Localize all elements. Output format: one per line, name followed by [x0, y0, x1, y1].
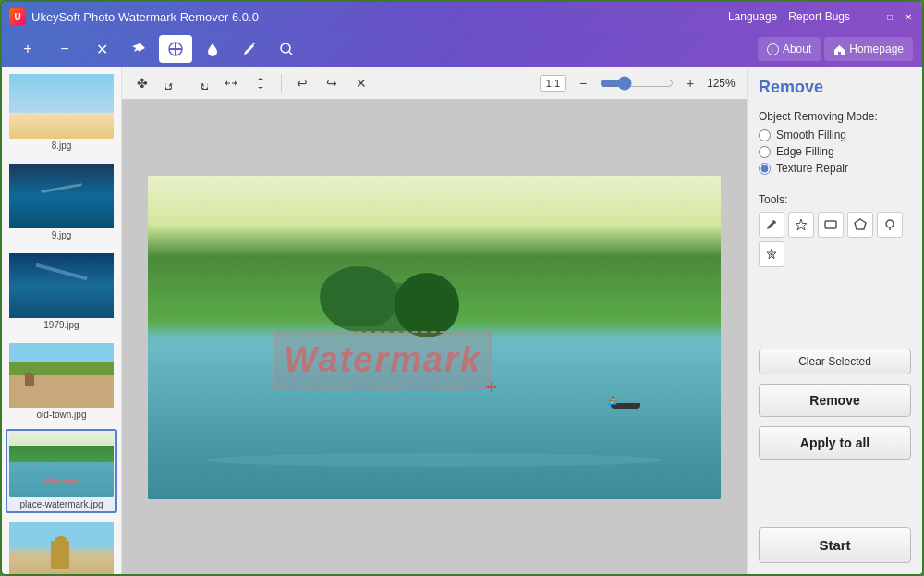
watermark-selection[interactable]: Watermark ✛ — [274, 331, 492, 389]
zoom-level: 125% — [707, 77, 739, 90]
smooth-filling-label: Smooth Filling — [776, 129, 846, 141]
start-button[interactable]: Start — [759, 527, 911, 563]
zoom-1-1-button[interactable]: 1:1 — [540, 75, 566, 92]
rect-select-tool-btn[interactable] — [818, 212, 844, 238]
undo-btn[interactable]: ↩ — [289, 71, 315, 95]
about-button[interactable]: i About — [758, 37, 821, 61]
close-button[interactable]: ✕ — [902, 10, 915, 23]
remove-tool-button[interactable] — [159, 35, 192, 63]
tools-row — [759, 212, 911, 267]
thumbnail-item-mosque[interactable] — [6, 519, 117, 574]
edge-filling-radio[interactable] — [759, 146, 771, 158]
thumb-diver-img — [9, 253, 114, 318]
clear-selected-button[interactable]: Clear Selected — [759, 349, 911, 374]
texture-repair-radio[interactable] — [759, 163, 771, 175]
thumb-swim-img — [9, 164, 114, 228]
app-window: U UkeySoft Photo Watermark Remover 6.0.0… — [0, 0, 924, 576]
move-cursor-icon: ✛ — [486, 380, 497, 395]
image-viewer: 🚣 Watermark ✛ — [122, 100, 747, 574]
remove-button[interactable]: Remove — [759, 384, 911, 417]
object-removing-label: Object Removing Mode: — [759, 110, 911, 123]
svg-point-14 — [771, 253, 773, 256]
language-link[interactable]: Language — [728, 10, 777, 23]
panel-spacer — [759, 469, 911, 518]
thumbnail-list: 8.jpg 9.jpg 1979 — [2, 67, 121, 574]
thumb-mosque-img — [9, 522, 114, 574]
rotate-right-btn[interactable] — [188, 71, 214, 95]
minimize-button[interactable]: — — [865, 10, 878, 23]
magic-wand-tool-btn[interactable] — [788, 212, 814, 238]
texture-tool-btn[interactable]: ✤ — [129, 71, 155, 95]
zoom-controls: 1:1 − + 125% — [540, 71, 739, 95]
thumb-label-watermark: place-watermark.jpg — [9, 499, 114, 509]
polygon-select-tool-btn[interactable] — [847, 212, 873, 238]
panel-title: Remove — [759, 78, 911, 97]
drop-tool-button[interactable] — [196, 35, 229, 63]
thumbnail-item-1979jpg[interactable]: 1979.jpg — [6, 250, 117, 334]
report-bugs-link[interactable]: Report Bugs — [788, 10, 850, 23]
app-title: UkeySoft Photo Watermark Remover 6.0.0 — [31, 10, 728, 24]
thumbnail-item-watermark[interactable]: Watermark place-watermark.jpg — [6, 429, 117, 513]
object-removing-section: Object Removing Mode: Smooth Filling Edg… — [759, 110, 911, 184]
texture-repair-label: Texture Repair — [776, 162, 848, 175]
thumb-label-oldtown: old-town.jpg — [9, 410, 114, 420]
thumbnail-item-oldtown[interactable]: old-town.jpg — [6, 339, 117, 423]
main-toolbar: + − ✕ i About Homepage — [2, 31, 922, 67]
thumb-label-8jpg: 8.jpg — [9, 141, 114, 151]
removing-mode-group: Smooth Filling Edge Filling Texture Repa… — [759, 129, 911, 175]
main-content: 8.jpg 9.jpg 1979 — [2, 67, 922, 574]
rotate-left-btn[interactable] — [159, 71, 185, 95]
thumb-town-img — [9, 343, 114, 408]
lasso-tool-btn[interactable] — [877, 212, 903, 238]
apply-to-all-button[interactable]: Apply to all — [759, 426, 911, 460]
maximize-button[interactable]: □ — [883, 10, 896, 23]
tools-section: Tools: — [759, 193, 911, 267]
title-bar-nav: Language Report Bugs — [728, 10, 850, 23]
toolbar-separator — [281, 74, 282, 92]
remove-file-button[interactable]: − — [48, 35, 81, 63]
flip-h-btn[interactable] — [218, 71, 244, 95]
svg-point-12 — [886, 220, 894, 227]
zoom-in-btn[interactable]: + — [677, 71, 703, 95]
thumb-watermark-img: Watermark — [9, 433, 114, 497]
texture-repair-option[interactable]: Texture Repair — [759, 162, 911, 175]
edge-filling-option[interactable]: Edge Filling — [759, 145, 911, 158]
app-icon: U — [9, 8, 26, 25]
canvas-preview-area — [759, 284, 911, 339]
thumbnail-item-9jpg[interactable]: 9.jpg — [6, 160, 117, 244]
cancel-selection-btn[interactable]: ✕ — [348, 71, 374, 95]
brush-tool-button[interactable] — [233, 35, 266, 63]
svg-marker-11 — [855, 219, 866, 229]
svg-rect-1 — [175, 43, 176, 55]
add-file-button[interactable]: + — [11, 35, 44, 63]
watermark-text: Watermark — [284, 340, 481, 380]
homepage-label: Homepage — [849, 43, 904, 55]
svg-marker-9 — [796, 219, 807, 230]
edge-filling-label: Edge Filling — [776, 145, 834, 158]
close-file-button[interactable]: ✕ — [85, 35, 118, 63]
thumbnail-item-8jpg[interactable]: 8.jpg — [6, 70, 117, 154]
star-tool-btn[interactable] — [759, 241, 784, 267]
thumb-beach-img — [9, 74, 114, 139]
right-panel: Remove Object Removing Mode: Smooth Fill… — [747, 67, 922, 574]
smooth-filling-option[interactable]: Smooth Filling — [759, 129, 911, 141]
flip-v-btn[interactable] — [248, 71, 274, 95]
magnify-tool-button[interactable] — [270, 35, 303, 63]
zoom-out-btn[interactable]: − — [570, 71, 596, 95]
smooth-filling-radio[interactable] — [759, 129, 771, 141]
canvas-area: ✤ ↩ ↪ ✕ 1:1 − — [122, 67, 747, 574]
image-toolbar: ✤ ↩ ↪ ✕ 1:1 − — [122, 67, 747, 100]
sidebar: 8.jpg 9.jpg 1979 — [2, 67, 122, 574]
pencil-tool-btn[interactable] — [759, 212, 784, 238]
window-controls: — □ ✕ — [865, 10, 915, 23]
title-bar: U UkeySoft Photo Watermark Remover 6.0.0… — [2, 2, 922, 31]
svg-rect-10 — [825, 221, 836, 228]
main-image: 🚣 Watermark ✛ — [148, 176, 721, 499]
homepage-button[interactable]: Homepage — [824, 37, 913, 61]
pin-button[interactable] — [122, 35, 155, 63]
tools-label: Tools: — [759, 193, 911, 206]
redo-btn[interactable]: ↪ — [319, 71, 345, 95]
svg-point-3 — [281, 43, 290, 53]
about-label: About — [783, 43, 811, 55]
zoom-slider[interactable] — [600, 76, 674, 91]
